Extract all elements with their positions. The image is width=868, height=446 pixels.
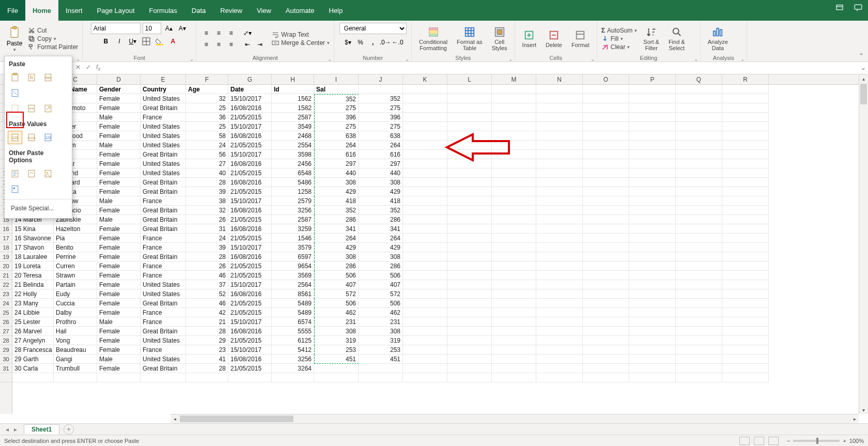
border-icon[interactable] xyxy=(141,36,152,47)
insert-cells-label: Insert xyxy=(522,42,537,48)
number-format-combo[interactable]: General xyxy=(339,23,407,34)
decrease-font-icon[interactable]: A▾ xyxy=(177,23,188,34)
cut-button[interactable]: Cut xyxy=(28,27,78,34)
align-top-icon[interactable]: ≡ xyxy=(200,28,212,38)
group-cells: Insert Delete Format Cells xyxy=(515,21,597,62)
font-size-combo[interactable] xyxy=(143,23,161,34)
analyze-data-button[interactable]: Analyze Data xyxy=(705,25,731,52)
tab-automate[interactable]: Automate xyxy=(278,0,322,21)
align-middle-icon[interactable]: ≡ xyxy=(213,28,224,38)
svg-rect-20 xyxy=(577,32,584,39)
cut-label: Cut xyxy=(37,27,47,34)
comma-format-icon[interactable]: , xyxy=(367,37,379,48)
svg-rect-14 xyxy=(429,34,438,37)
group-analysis: Analyze Data Analysis xyxy=(701,21,747,62)
conditional-formatting-button[interactable]: Conditional Formatting xyxy=(416,25,451,52)
window-controls xyxy=(835,3,863,14)
tab-formulas[interactable]: Formulas xyxy=(142,0,184,21)
group-styles: Conditional Formatting Format as Table C… xyxy=(412,21,515,62)
svg-rect-3 xyxy=(13,26,17,29)
tab-insert[interactable]: Insert xyxy=(58,0,90,21)
insert-function-icon[interactable]: fx xyxy=(96,64,100,72)
insert-cells-button[interactable]: Insert xyxy=(519,28,540,49)
fill-button[interactable]: Fill▾ xyxy=(601,35,638,42)
align-center-icon[interactable]: ≡ xyxy=(213,39,224,50)
fill-label: Fill xyxy=(611,35,618,42)
format-cells-button[interactable]: Format xyxy=(568,28,593,49)
tab-data[interactable]: Data xyxy=(184,0,213,21)
svg-point-21 xyxy=(673,28,678,34)
svg-rect-13 xyxy=(429,30,438,34)
increase-indent-icon[interactable]: ⇥ xyxy=(254,39,266,50)
tab-review[interactable]: Review xyxy=(213,0,250,21)
collapse-ribbon-icon[interactable]: ⌃ xyxy=(859,52,864,59)
paste-formulas-number-icon[interactable]: %fx xyxy=(41,71,55,74)
align-left-icon[interactable]: ≡ xyxy=(200,39,212,50)
formula-input[interactable] xyxy=(100,63,868,74)
autosum-button[interactable]: ΣAutoSum▾ xyxy=(601,27,638,34)
cell-styles-button[interactable]: Cell Styles xyxy=(489,25,510,52)
bold-icon[interactable]: B xyxy=(100,36,112,47)
format-cells-label: Format xyxy=(571,42,590,48)
cond-format-label: Conditional Formatting xyxy=(419,39,447,51)
wrap-text-label: Wrap Text xyxy=(281,31,309,38)
copy-button[interactable]: Copy▾ xyxy=(28,35,78,42)
group-label-styles: Styles xyxy=(416,55,510,62)
group-font: A▴ A▾ B I U▾ A Font xyxy=(83,21,196,62)
orientation-icon[interactable]: ⤢▾ xyxy=(242,28,253,38)
autosum-label: AutoSum xyxy=(607,27,632,34)
merge-center-button[interactable]: Merge & Center▾ xyxy=(272,39,330,47)
tab-file[interactable]: File xyxy=(0,0,25,21)
svg-rect-0 xyxy=(836,5,843,10)
decrease-decimal-icon[interactable]: ←.0 xyxy=(392,37,404,48)
formula-bar-expand-icon[interactable]: ⌄ xyxy=(861,64,866,71)
increase-font-icon[interactable]: A▴ xyxy=(163,23,175,34)
copy-label: Copy xyxy=(37,35,52,42)
enter-formula-icon[interactable]: ✓ xyxy=(86,64,91,72)
italic-icon[interactable]: I xyxy=(114,36,125,47)
underline-icon[interactable]: U▾ xyxy=(127,36,138,47)
sort-filter-button[interactable]: Sort & Filter xyxy=(640,25,662,52)
font-color-icon[interactable]: A xyxy=(167,36,179,47)
tab-view[interactable]: View xyxy=(250,0,278,21)
comments-icon[interactable] xyxy=(854,3,863,14)
clear-label: Clear xyxy=(611,43,626,51)
group-alignment: ≡ ≡ ≡ ≡ ≡ ≡ ⤢▾ ⇤ ⇥ Wrap Text Merge & Cen… xyxy=(196,21,334,62)
find-select-label: Find & Select xyxy=(669,39,685,51)
delete-cells-button[interactable]: Delete xyxy=(542,28,565,49)
align-bottom-icon[interactable]: ≡ xyxy=(225,28,237,38)
ribbon-display-options-icon[interactable] xyxy=(835,3,844,14)
cell-styles-label: Cell Styles xyxy=(492,39,507,51)
delete-cells-label: Delete xyxy=(546,42,562,48)
paste-formulas-icon[interactable]: fx xyxy=(24,71,39,74)
tab-help[interactable]: Help xyxy=(322,0,350,21)
svg-rect-1 xyxy=(855,5,862,9)
tab-home[interactable]: Home xyxy=(25,0,58,21)
accounting-format-icon[interactable]: $▾ xyxy=(343,37,354,48)
wrap-text-button[interactable]: Wrap Text xyxy=(272,31,330,38)
svg-rect-12 xyxy=(429,28,438,31)
format-as-table-button[interactable]: Format as Table xyxy=(454,25,486,52)
svg-rect-15 xyxy=(466,28,474,37)
group-label-editing: Editing xyxy=(601,55,696,62)
format-painter-label: Format Painter xyxy=(37,43,78,51)
fill-color-icon[interactable] xyxy=(154,36,165,47)
decrease-indent-icon[interactable]: ⇤ xyxy=(242,39,253,50)
sort-filter-label: Sort & Filter xyxy=(643,39,659,51)
font-name-combo[interactable] xyxy=(91,23,141,34)
formula-bar: ✕ ✓ fx ⌄ xyxy=(0,62,868,74)
paste-all-icon[interactable] xyxy=(8,71,22,74)
format-painter-button[interactable]: Format Painter xyxy=(28,43,78,51)
cancel-formula-icon[interactable]: ✕ xyxy=(75,64,81,72)
paste-button[interactable]: Paste ▾ xyxy=(4,23,25,54)
find-select-button[interactable]: Find & Select xyxy=(665,25,688,52)
paste-panel-title: Paste xyxy=(8,58,69,71)
svg-rect-9 xyxy=(156,44,163,45)
align-right-icon[interactable]: ≡ xyxy=(225,39,237,50)
increase-decimal-icon[interactable]: .0→ xyxy=(380,37,391,48)
clear-button[interactable]: Clear▾ xyxy=(601,43,638,51)
percent-format-icon[interactable]: % xyxy=(355,37,366,48)
tab-page-layout[interactable]: Page Layout xyxy=(90,0,142,21)
svg-rect-6 xyxy=(30,38,34,41)
svg-rect-26 xyxy=(13,73,17,74)
